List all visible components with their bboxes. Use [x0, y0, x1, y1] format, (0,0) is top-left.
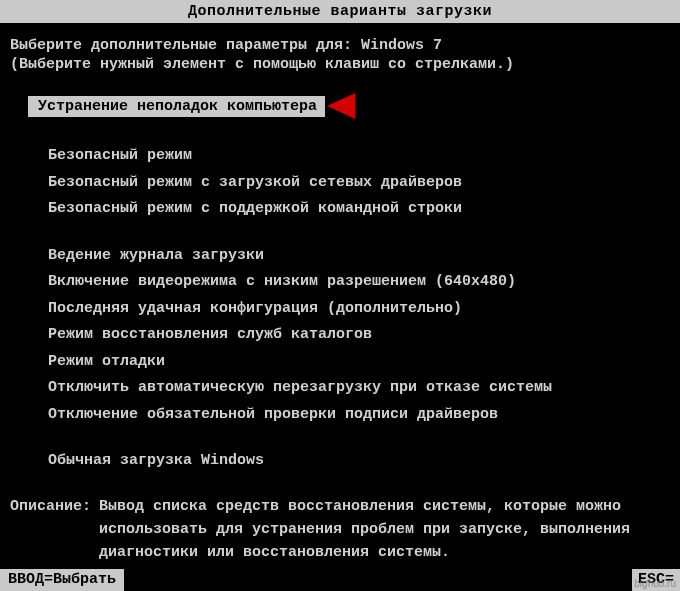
main-content: Выберите дополнительные параметры для: W… — [0, 23, 680, 475]
footer-bar: ВВОД=Выбрать ESC= — [0, 569, 680, 591]
title-text: Дополнительные варианты загрузки — [188, 3, 492, 20]
watermark-text: bighub.ru — [634, 578, 676, 589]
hint-line: (Выберите нужный элемент с помощью клави… — [10, 56, 670, 73]
menu-item[interactable]: Включение видеорежима с низким разрешени… — [48, 269, 670, 296]
footer-enter-hint: ВВОД=Выбрать — [0, 569, 124, 591]
footer-gap — [124, 569, 632, 591]
menu-item[interactable]: Отключение обязательной проверки подписи… — [48, 402, 670, 429]
prompt-line: Выберите дополнительные параметры для: W… — [10, 37, 670, 54]
menu-item[interactable]: Обычная загрузка Windows — [48, 448, 670, 475]
menu-group-safe-mode: Безопасный режим Безопасный режим с загр… — [48, 143, 670, 223]
prompt-os: Windows 7 — [361, 37, 442, 54]
description-text: Вывод списка средств восстановления сист… — [99, 495, 670, 565]
menu-item[interactable]: Режим восстановления служб каталогов — [48, 322, 670, 349]
description-label: Описание: — [10, 495, 91, 565]
prompt-prefix: Выберите дополнительные параметры для: — [10, 37, 352, 54]
menu-item[interactable]: Безопасный режим — [48, 143, 670, 170]
selected-option-row[interactable]: Устранение неполадок компьютера — [28, 93, 670, 119]
menu-item[interactable]: Отключить автоматическую перезагрузку пр… — [48, 375, 670, 402]
description-block: Описание: Вывод списка средств восстанов… — [0, 495, 680, 565]
menu-group-advanced: Ведение журнала загрузки Включение видео… — [48, 243, 670, 429]
arrow-left-icon — [327, 93, 355, 119]
title-bar: Дополнительные варианты загрузки — [0, 0, 680, 23]
menu-item[interactable]: Безопасный режим с загрузкой сетевых дра… — [48, 170, 670, 197]
menu-item[interactable]: Режим отладки — [48, 349, 670, 376]
menu-item[interactable]: Ведение журнала загрузки — [48, 243, 670, 270]
menu-item-repair-computer[interactable]: Устранение неполадок компьютера — [28, 96, 325, 117]
menu-group-normal: Обычная загрузка Windows — [48, 448, 670, 475]
menu-item[interactable]: Последняя удачная конфигурация (дополнит… — [48, 296, 670, 323]
menu-item[interactable]: Безопасный режим с поддержкой командной … — [48, 196, 670, 223]
